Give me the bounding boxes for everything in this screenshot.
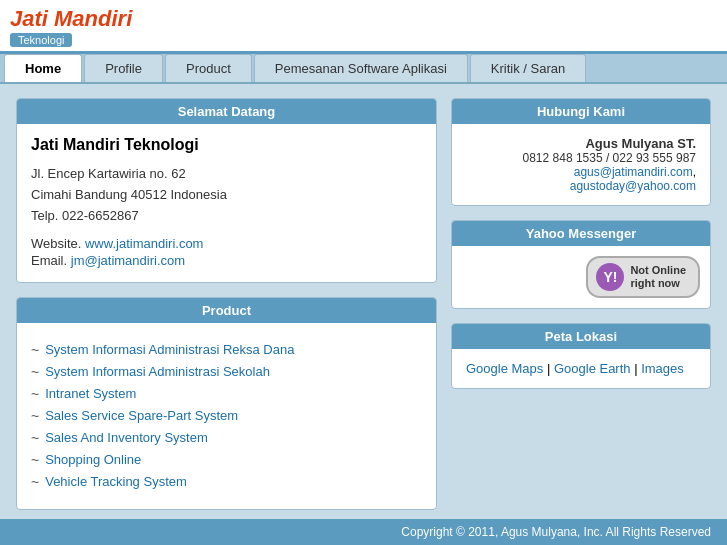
contact-email1[interactable]: agus@jatimandiri.com (574, 165, 693, 179)
product-list: ~System Informasi Administrasi Reksa Dan… (31, 335, 422, 497)
bullet: ~ (31, 364, 39, 380)
peta-sep1: | (543, 361, 554, 376)
list-item[interactable]: ~System Informasi Administrasi Reksa Dan… (31, 339, 422, 361)
bullet: ~ (31, 408, 39, 424)
company-name: Jati Mandiri Teknologi (31, 136, 422, 154)
header: Jati Mandiri Teknologi (0, 0, 727, 54)
logo-highlight: Jati (10, 6, 48, 31)
contact-panel-body: Agus Mulyana ST. 0812 848 1535 / 022 93 … (452, 124, 710, 205)
product-panel: Product ~System Informasi Administrasi R… (16, 297, 437, 510)
email-info: Email. jm@jatimandiri.com (31, 253, 422, 268)
contact-email2[interactable]: agustoday@yahoo.com (570, 179, 696, 193)
contact-panel-header: Hubungi Kami (452, 99, 710, 124)
email-label: Email. (31, 253, 67, 268)
company-address: Jl. Encep Kartawiria no. 62 Cimahi Bandu… (31, 164, 422, 226)
bullet: ~ (31, 342, 39, 358)
welcome-panel: Selamat Datang Jati Mandiri Teknologi Jl… (16, 98, 437, 283)
address-line1: Jl. Encep Kartawiria no. 62 (31, 166, 186, 181)
nav-kritik[interactable]: Kritik / Saran (470, 54, 586, 82)
bullet: ~ (31, 452, 39, 468)
website-link[interactable]: www.jatimandiri.com (85, 236, 203, 251)
website-label: Website. (31, 236, 81, 251)
peta-panel-header: Peta Lokasi (452, 324, 710, 349)
bullet: ~ (31, 430, 39, 446)
address-line2: Cimahi Bandung 40512 Indonesia (31, 187, 227, 202)
list-item[interactable]: ~System Informasi Administrasi Sekolah (31, 361, 422, 383)
list-item[interactable]: ~Sales And Inventory System (31, 427, 422, 449)
yahoo-panel-header: Yahoo Messenger (452, 221, 710, 246)
nav-home[interactable]: Home (4, 54, 82, 82)
contact-panel: Hubungi Kami Agus Mulyana ST. 0812 848 1… (451, 98, 711, 206)
right-column: Hubungi Kami Agus Mulyana ST. 0812 848 1… (451, 98, 711, 510)
website-info: Website. www.jatimandiri.com (31, 236, 422, 251)
bullet: ~ (31, 386, 39, 402)
bullet: ~ (31, 474, 39, 490)
main-content: Selamat Datang Jati Mandiri Teknologi Jl… (0, 84, 727, 524)
not-online-text: Not Online right now (630, 264, 686, 290)
yahoo-icon: Y! (596, 263, 624, 291)
peta-images[interactable]: Images (641, 361, 684, 376)
not-online-label: Not Online (630, 264, 686, 276)
list-item[interactable]: ~Intranet System (31, 383, 422, 405)
nav-pemesanan[interactable]: Pemesanan Software Aplikasi (254, 54, 468, 82)
contact-emails: agus@jatimandiri.com, agustoday@yahoo.co… (466, 165, 696, 193)
nav-product[interactable]: Product (165, 54, 252, 82)
contact-phone: 0812 848 1535 / 022 93 555 987 (466, 151, 696, 165)
list-item[interactable]: ~Shopping Online (31, 449, 422, 471)
contact-name: Agus Mulyana ST. (466, 136, 696, 151)
peta-panel: Peta Lokasi Google Maps | Google Earth |… (451, 323, 711, 389)
address-line3: Telp. 022-6652867 (31, 208, 139, 223)
peta-google-maps[interactable]: Google Maps (466, 361, 543, 376)
footer-text: Copyright © 2011, Agus Mulyana, Inc. All… (401, 525, 711, 539)
not-online-badge: Y! Not Online right now (586, 256, 700, 298)
list-item[interactable]: ~Vehicle Tracking System (31, 471, 422, 493)
logo-subtitle: Teknologi (10, 33, 72, 47)
peta-panel-body: Google Maps | Google Earth | Images (452, 349, 710, 388)
yahoo-panel: Yahoo Messenger Y! Not Online right now (451, 220, 711, 309)
product-panel-header: Product (17, 298, 436, 323)
footer: Copyright © 2011, Agus Mulyana, Inc. All… (0, 519, 727, 545)
not-online-sublabel: right now (630, 277, 680, 289)
product-panel-body: ~System Informasi Administrasi Reksa Dan… (17, 323, 436, 509)
yahoo-panel-body: Y! Not Online right now (452, 246, 710, 308)
welcome-panel-body: Jati Mandiri Teknologi Jl. Encep Kartawi… (17, 124, 436, 282)
list-item[interactable]: ~Sales Service Spare-Part System (31, 405, 422, 427)
peta-google-earth[interactable]: Google Earth (554, 361, 631, 376)
nav-profile[interactable]: Profile (84, 54, 163, 82)
left-column: Selamat Datang Jati Mandiri Teknologi Jl… (16, 98, 437, 510)
peta-sep2: | (631, 361, 642, 376)
navigation: Home Profile Product Pemesanan Software … (0, 54, 727, 84)
logo-rest: Mandiri (48, 6, 132, 31)
welcome-panel-header: Selamat Datang (17, 99, 436, 124)
email-link[interactable]: jm@jatimandiri.com (71, 253, 185, 268)
logo: Jati Mandiri (10, 6, 717, 32)
